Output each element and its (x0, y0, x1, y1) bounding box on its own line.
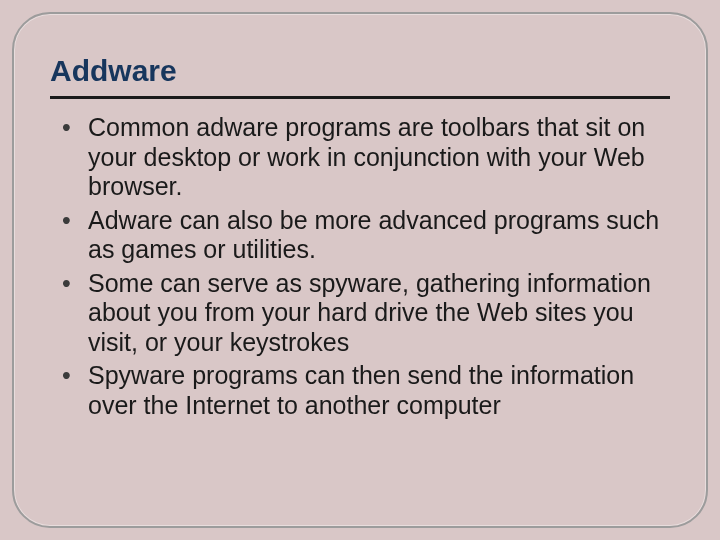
list-item: Some can serve as spyware, gathering inf… (56, 269, 664, 358)
list-item: Adware can also be more advanced program… (56, 206, 664, 265)
title-rule (50, 96, 670, 99)
bullet-list: Common adware programs are toolbars that… (50, 113, 670, 420)
list-item: Spyware programs can then send the infor… (56, 361, 664, 420)
slide-title: Addware (50, 54, 670, 90)
slide: Addware Common adware programs are toolb… (0, 0, 720, 540)
list-item: Common adware programs are toolbars that… (56, 113, 664, 202)
slide-frame: Addware Common adware programs are toolb… (12, 12, 708, 528)
